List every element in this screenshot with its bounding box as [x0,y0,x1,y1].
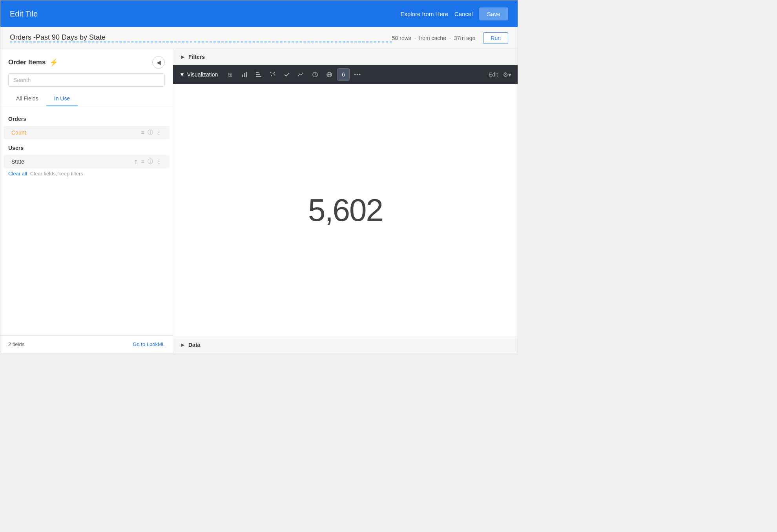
filters-label: Filters [188,54,205,60]
pivot-icon[interactable]: ↗ [132,158,140,166]
svg-rect-1 [244,73,245,77]
query-meta: 50 rows · from cache · 37m ago Run [392,32,508,44]
more-icon[interactable]: ⋮ [156,129,162,136]
info-icon[interactable]: ⓘ [148,129,153,136]
subtitle-bar: Orders -Past 90 Days by State 50 rows · … [0,27,518,49]
tab-in-use[interactable]: In Use [46,91,78,106]
bar-chart-icon-btn[interactable] [238,68,251,81]
svg-rect-0 [242,75,243,77]
filter-icon-state[interactable]: ≡ [141,159,144,165]
line-chart-icon-btn[interactable] [295,68,307,81]
viz-content: 5,602 [173,84,518,337]
clock-icon-btn[interactable] [309,68,321,81]
more-viz-icon-btn[interactable]: ••• [351,68,364,81]
viz-gear-button[interactable]: ⚙▾ [503,71,511,78]
svg-rect-4 [256,74,260,75]
viz-label: ▼ Visualization [179,71,218,78]
svg-point-6 [270,72,272,73]
right-panel: ▶ Filters ▼ Visualization ⊞ [173,49,518,353]
cache-age: 37m ago [454,35,475,41]
list-item: Count ≡ ⓘ ⋮ [4,126,170,139]
big-number-display: 5,602 [308,192,383,228]
tabs-bar: All Fields In Use [0,91,173,106]
go-to-looml-link[interactable]: Go to LookML [133,341,165,347]
data-bar[interactable]: ▶ Data [173,337,518,353]
header: Edit Tile Explore from Here Cancel Save [0,0,518,27]
explore-from-here-link[interactable]: Explore from Here [400,11,448,17]
data-label: Data [188,342,200,348]
check-icon-btn[interactable] [281,68,293,81]
map-icon-btn[interactable] [323,68,336,81]
info-icon-state[interactable]: ⓘ [148,158,153,165]
clear-links: Clear all Clear fields, keep filters [0,169,173,181]
cancel-button[interactable]: Cancel [454,11,473,17]
svg-point-7 [273,73,274,75]
filter-icon[interactable]: ≡ [141,129,144,136]
filters-expand-icon: ▶ [181,54,184,60]
more-icon-state[interactable]: ⋮ [156,159,162,165]
clear-all-link[interactable]: Clear all [8,171,27,177]
scatter-icon-btn[interactable] [266,68,279,81]
svg-rect-3 [256,72,259,73]
group-label-users: Users [0,140,173,154]
svg-point-9 [274,75,275,76]
main-content: Order Items ⚡ ◀ Search All Fields In Use… [0,49,518,353]
field-count-label: 2 fields [8,341,24,347]
data-expand-icon: ▶ [181,342,184,348]
cache-status: from cache [419,35,446,41]
lightning-icon: ⚡ [49,58,58,67]
clear-fields-keep-filters-link[interactable]: Clear fields, keep filters [30,171,83,177]
svg-rect-5 [256,76,261,77]
left-panel: Order Items ⚡ ◀ Search All Fields In Use… [0,49,173,353]
tab-all-fields[interactable]: All Fields [8,91,46,106]
run-button[interactable]: Run [483,32,508,44]
header-actions: Explore from Here Cancel Save [400,7,508,20]
list-item: State ↗ ≡ ⓘ ⋮ [4,155,170,168]
table-icon-btn[interactable]: ⊞ [224,68,237,81]
query-title: Orders -Past 90 Days by State [10,33,392,42]
page-title: Edit Tile [10,9,400,18]
number-icon-btn[interactable]: 6 [337,68,350,81]
group-label-orders: Orders [0,113,173,125]
viz-collapse-icon[interactable]: ▼ [179,71,185,78]
search-input[interactable]: Search [8,73,165,87]
viz-toolbar: ▼ Visualization ⊞ [173,65,518,84]
back-button[interactable]: ◀ [152,56,165,69]
field-state: State [11,159,130,165]
column-chart-icon-btn[interactable] [252,68,265,81]
svg-point-8 [271,75,272,77]
svg-rect-2 [246,72,247,77]
filters-bar[interactable]: ▶ Filters [173,49,518,65]
svg-point-10 [274,72,275,73]
viz-edit-button[interactable]: Edit [489,71,498,78]
field-count: Count [11,129,138,136]
panel-header: Order Items ⚡ ◀ [0,49,173,73]
row-count: 50 rows [392,35,411,41]
panel-title: Order Items [8,58,46,66]
fields-content: Orders Count ≡ ⓘ ⋮ Users State ↗ ≡ ⓘ ⋮ [0,106,173,335]
save-button[interactable]: Save [479,7,508,20]
panel-footer: 2 fields Go to LookML [0,335,173,353]
